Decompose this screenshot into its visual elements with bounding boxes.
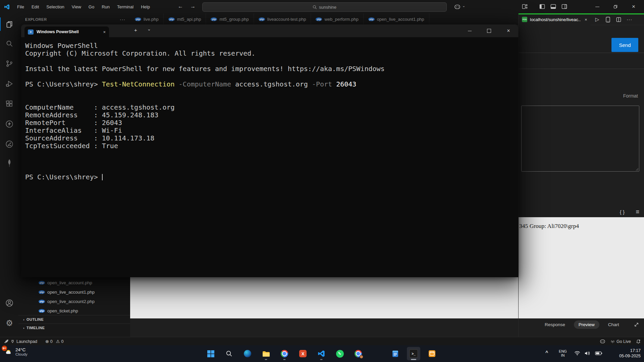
command-param-port: -Port	[308, 80, 332, 88]
file-explorer-icon[interactable]	[259, 347, 273, 360]
battery-icon[interactable]	[595, 351, 602, 355]
language-indicator[interactable]: ENG IN	[557, 349, 569, 357]
notepad-icon[interactable]	[388, 347, 402, 360]
loading-progress-bar	[519, 13, 644, 14]
copilot-icon[interactable]	[453, 3, 461, 10]
menu-go[interactable]: Go	[85, 0, 98, 13]
wifi-icon[interactable]	[574, 351, 580, 356]
extensions-icon[interactable]	[2, 96, 17, 112]
copilot-status-icon[interactable]	[600, 339, 605, 344]
file-open_ticket[interactable]: php open_ticket.php	[18, 306, 130, 315]
tab-chart[interactable]: Chart	[608, 322, 619, 327]
customize-layout-icon[interactable]	[522, 4, 528, 9]
explorer-icon[interactable]	[2, 17, 17, 32]
copilot-chevron-icon[interactable]: ⌄	[462, 4, 465, 8]
account-icon[interactable]	[2, 295, 17, 311]
clock-widget[interactable]: 17:17 05-09-2025	[619, 348, 641, 359]
tab-web-perform-php[interactable]: phpweb_perform.php	[311, 13, 363, 25]
window-minimize-button[interactable]	[590, 0, 605, 13]
search-sidebar-icon[interactable]	[2, 36, 17, 51]
terminal-buffer[interactable]: Windows PowerShell Copyright (C) Microso…	[21, 37, 518, 181]
terminal-titlebar[interactable]: > Windows PowerShell × + ⌄ ×	[21, 24, 518, 37]
toggle-secondary-sidebar-icon[interactable]	[561, 4, 567, 9]
blue-app-icon[interactable]	[370, 347, 383, 360]
weather-widget[interactable]: 9+ 24°C Cloudy	[3, 347, 28, 357]
menu-selection[interactable]: Selection	[43, 0, 68, 13]
volume-icon[interactable]	[584, 351, 590, 356]
terminal-tab-title: Windows PowerShell	[37, 29, 79, 34]
chrome-icon[interactable]	[278, 347, 291, 360]
window-close-button[interactable]: ×	[626, 0, 641, 13]
menu-edit[interactable]: Edit	[28, 0, 43, 13]
terminal-window: > Windows PowerShell × + ⌄ × Windows Pow…	[21, 24, 518, 277]
close-tab-icon[interactable]: ×	[103, 29, 106, 35]
terminal-maximize-button[interactable]	[481, 24, 497, 37]
command-center-search[interactable]: sunshine	[202, 2, 447, 12]
tab-liveaccount-test-php[interactable]: phpliveaccount-test.php	[254, 13, 311, 25]
tab-live-php[interactable]: phplive.php	[130, 13, 164, 25]
toggle-panel-icon[interactable]	[550, 4, 556, 9]
menu-view[interactable]: View	[68, 0, 85, 13]
timeline-section[interactable]: › TIMELINE	[18, 323, 130, 332]
back-icon[interactable]: ←	[178, 3, 183, 9]
xampp-icon[interactable]: X	[296, 347, 310, 360]
vscode-taskbar-icon[interactable]	[315, 347, 328, 360]
format-json-icon[interactable]: { }	[620, 209, 625, 215]
new-tab-icon[interactable]: +	[134, 27, 137, 33]
error-icon: ⊗	[45, 339, 49, 344]
menu-help[interactable]: Help	[137, 0, 154, 13]
terminal-close-button[interactable]: ×	[501, 24, 516, 37]
explorer-actions-icon[interactable]: ···	[120, 17, 125, 22]
run-icon[interactable]: ▷	[595, 16, 599, 22]
orange-app-icon[interactable]	[425, 347, 439, 360]
command-arg-port: 26043	[332, 80, 356, 88]
menu-terminal[interactable]: Terminal	[113, 0, 137, 13]
tray-chevron-up-icon[interactable]: ^	[545, 350, 548, 355]
mongodb-icon[interactable]	[2, 156, 17, 171]
launchpad-item[interactable]: Launchpad	[4, 339, 37, 344]
api-client-icon[interactable]	[2, 136, 17, 152]
panel-tabstrip: POS localhost/sunshine/liveac.. × ▷ ···	[519, 13, 644, 25]
terminal-tab[interactable]: > Windows PowerShell ×	[24, 26, 109, 37]
source-control-icon[interactable]	[2, 56, 17, 71]
tab-open-live-account1-php[interactable]: phpopen_live_account1.php	[364, 13, 429, 25]
resize-grip-icon[interactable]	[635, 168, 639, 171]
forward-icon[interactable]: →	[190, 3, 196, 9]
terminal-minimize-button[interactable]	[462, 24, 477, 37]
window-restore-button[interactable]	[608, 0, 623, 13]
request-body-textarea[interactable]	[521, 106, 639, 172]
tab-dropdown-icon[interactable]: ⌄	[147, 26, 151, 32]
tab-response[interactable]: Response	[545, 322, 565, 327]
expand-icon[interactable]	[634, 322, 639, 327]
close-icon[interactable]: ×	[585, 17, 587, 22]
send-button[interactable]: Send	[611, 38, 638, 52]
toggle-sidebar-icon[interactable]	[539, 4, 545, 9]
chrome-profile-icon[interactable]	[352, 347, 365, 360]
notifications-bell-icon[interactable]	[636, 339, 641, 344]
file-open_live_account2[interactable]: php open_live_account2.php	[18, 297, 130, 306]
edge-browser-icon[interactable]	[241, 347, 254, 360]
run-debug-icon[interactable]	[2, 76, 17, 92]
outline-section[interactable]: › OUTLINE	[18, 315, 130, 323]
taskbar-search-icon[interactable]	[222, 347, 236, 360]
split-editor-icon[interactable]	[616, 17, 621, 22]
file-open_live_account1[interactable]: php open_live_account1.php	[18, 287, 130, 297]
tab-preview-active[interactable]: Preview	[574, 320, 599, 329]
thunder-client-icon[interactable]	[2, 116, 17, 132]
whatsapp-icon[interactable]	[333, 347, 346, 360]
menu-run[interactable]: Run	[98, 0, 113, 13]
list-view-icon[interactable]: ≡	[636, 208, 639, 216]
menu-file[interactable]: File	[13, 0, 28, 13]
terminal-taskbar-icon[interactable]: >_	[407, 347, 420, 360]
tab-mt5-api-php[interactable]: phpmt5_api.php	[164, 13, 206, 25]
tab-mt5-group-php[interactable]: phpmt5_group.php	[206, 13, 254, 25]
browser-preview-tab[interactable]: POS localhost/sunshine/liveac.. ×	[519, 14, 591, 25]
more-actions-icon[interactable]: ···	[627, 17, 632, 22]
open-in-device-icon[interactable]	[606, 17, 610, 22]
start-button[interactable]	[204, 347, 217, 360]
file-label: open_live_account.php	[47, 280, 92, 285]
problems-item[interactable]: ⊗ 0 ⚠ 0	[45, 339, 63, 344]
file-open_live_account[interactable]: php open_live_account.php	[18, 278, 130, 287]
settings-gear-icon[interactable]: ⚙	[2, 315, 17, 331]
go-live-item[interactable]: Go Live	[610, 339, 631, 344]
